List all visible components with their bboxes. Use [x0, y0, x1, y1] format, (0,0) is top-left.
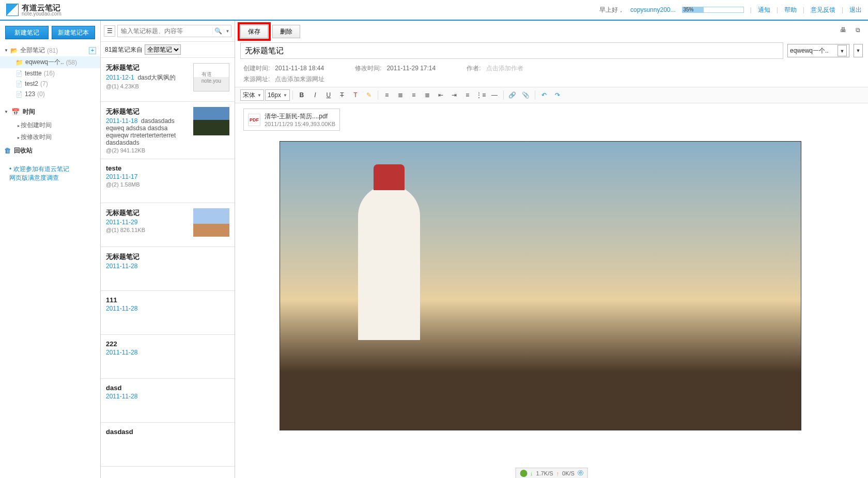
note-card[interactable]: 111 2011-11-28 [101, 291, 235, 335]
survey-link[interactable]: 欢迎参加有道云笔记 网页版满意度调查 [0, 163, 100, 184]
brand-name: 有道云笔记 [22, 4, 61, 11]
font-color-button[interactable]: T [349, 89, 362, 101]
logout-link[interactable]: 退出 [849, 6, 862, 14]
survey-link-line2: 网页版满意度调查 [9, 174, 59, 181]
greeting-text: 早上好， [599, 6, 624, 14]
note-card[interactable]: 无标题笔记 2011-11-18 dasdasdads eqweq adsdsa… [101, 102, 235, 159]
align-center-button[interactable]: ≣ [394, 89, 407, 101]
chevron-down-icon: ▼ [283, 93, 287, 98]
time-label: 时间 [23, 107, 35, 116]
lighthouse-shape [358, 185, 420, 340]
trash-section[interactable]: 🗑 回收站 [0, 143, 100, 158]
horizontal-rule-button[interactable]: — [488, 89, 501, 101]
note-list-scroll[interactable]: 无标题笔记 2011-12-1 dasd大飒飒的 @(1) 4.23KB 有道n… [101, 58, 235, 478]
folder-item[interactable]: 📄 testtte (16) [0, 68, 100, 79]
note-card[interactable]: dasd 2011-11-28 [101, 379, 235, 423]
attachment-button[interactable]: 📎 [520, 89, 532, 101]
note-card[interactable]: dasdasd [101, 423, 235, 467]
note-date: 2011-11-28 [106, 349, 137, 356]
note-title: 222 [106, 340, 229, 348]
indent-button[interactable]: ⇥ [448, 89, 460, 101]
time-sub-created[interactable]: 按创建时间 [0, 119, 100, 131]
highlight-button[interactable]: ✎ [363, 89, 375, 101]
time-sub-modified[interactable]: 按修改时间 [0, 131, 100, 143]
note-icon: 📄 [16, 91, 23, 98]
note-list-panel: ☰ 🔍 ▼ 81篇笔记来自 全部笔记 无标题笔记 2011-12-1 dasd大… [101, 21, 235, 478]
time-section[interactable]: ▼ 📅 时间 [0, 104, 100, 119]
author-label: 作者: [467, 65, 481, 72]
new-note-button[interactable]: 新建笔记 [5, 26, 49, 39]
font-size-select[interactable]: 16px▼ [265, 89, 290, 101]
link-button[interactable]: 🔗 [506, 89, 519, 101]
note-title-input[interactable] [240, 42, 783, 59]
survey-link-line1: 欢迎参加有道云笔记 [13, 165, 69, 173]
author-placeholder[interactable]: 点击添加作者 [486, 65, 523, 72]
popout-icon[interactable]: ⧉ [853, 26, 863, 37]
outdent-button[interactable]: ⇤ [435, 89, 447, 101]
attachment-meta: 2011/11/29 15:49,393.00KB [265, 121, 335, 127]
strikethrough-button[interactable]: T [336, 89, 348, 101]
redo-button[interactable]: ↷ [551, 89, 564, 101]
align-justify-button[interactable]: ≣ [421, 89, 433, 101]
note-card[interactable]: 无标题笔记 2011-11-29 @(1) 826.11KB [101, 203, 235, 247]
ordered-list-button[interactable]: ≡ [461, 89, 474, 101]
note-card[interactable]: 无标题笔记 2011-12-1 dasd大飒飒的 @(1) 4.23KB 有道n… [101, 58, 235, 102]
note-title: teste [106, 164, 229, 172]
editor-panel: 保存 删除 🖶 ⧉ eqwewq一个.. ▼ ▼ 创建时间:2011-11-18… [235, 21, 868, 478]
note-thumbnail [193, 208, 229, 237]
note-date: 2011-11-18 [106, 117, 137, 125]
app-header: 有道云笔记 note.youdao.com 早上好， copysunny200.… [0, 0, 868, 21]
feedback-link[interactable]: 意见反馈 [811, 6, 835, 14]
separator: | [750, 6, 752, 13]
bold-button[interactable]: B [296, 89, 308, 101]
folder-more-button[interactable]: ▼ [854, 44, 863, 57]
search-icon[interactable]: 🔍 [212, 27, 224, 35]
underline-button[interactable]: U [322, 89, 335, 101]
folder-item[interactable]: 📁 eqwewq一个.. (58) [0, 56, 100, 68]
all-notes-header[interactable]: ▼ 📂 全部笔记 (81) + [0, 44, 100, 56]
folder-name: testtte [25, 70, 42, 77]
search-box[interactable]: 🔍 ▼ [117, 25, 231, 37]
note-card[interactable]: teste 2011-11-17 @(2) 1.58MB [101, 159, 235, 203]
new-notebook-button[interactable]: 新建笔记本 [52, 26, 95, 39]
logo-icon [6, 4, 19, 16]
attachment-chip[interactable]: PDF 清华-王新民-简历....pdf 2011/11/29 15:49,39… [243, 109, 340, 131]
note-card[interactable]: 无标题笔记 2011-11-28 [101, 247, 235, 291]
logo-text: 有道云笔记 note.youdao.com [22, 4, 61, 17]
username-link[interactable]: copysunny200... [630, 6, 675, 13]
notify-link[interactable]: 通知 [758, 6, 770, 14]
progress-text: 35% [684, 7, 694, 12]
note-snippet: dasd大飒飒的 [137, 74, 176, 81]
undo-button[interactable]: ↶ [538, 89, 550, 101]
folder-select[interactable]: eqwewq一个.. ▼ [787, 44, 849, 57]
unordered-list-button[interactable]: ⋮≡ [475, 89, 487, 101]
note-icon: 📄 [16, 81, 23, 87]
add-folder-button[interactable]: + [89, 47, 96, 54]
align-left-button[interactable]: ≡ [381, 89, 393, 101]
delete-button[interactable]: 删除 [272, 25, 300, 38]
storage-progress[interactable]: 35% [682, 7, 744, 13]
note-icon: 📄 [16, 70, 23, 77]
ie-icon: ⓔ [578, 469, 583, 477]
editor-content[interactable]: PDF 清华-王新民-简历....pdf 2011/11/29 15:49,39… [235, 103, 868, 478]
source-placeholder[interactable]: 点击添加来源网址 [275, 75, 324, 84]
note-meta: @(1) 826.11KB [106, 227, 189, 233]
search-input[interactable] [118, 27, 212, 35]
pdf-icon: PDF [248, 114, 260, 126]
note-card[interactable]: 222 2011-11-28 [101, 335, 235, 379]
filter-select[interactable]: 全部笔记 [145, 44, 181, 55]
help-link[interactable]: 帮助 [784, 6, 797, 14]
folder-item[interactable]: 📄 123 (0) [0, 89, 100, 99]
folder-item[interactable]: 📄 test2 (7) [0, 79, 100, 89]
font-family-select[interactable]: 宋体▼ [240, 89, 264, 101]
expand-icon: ▼ [4, 110, 8, 114]
italic-button[interactable]: I [309, 89, 321, 101]
folder-name: 123 [25, 90, 35, 98]
print-icon[interactable]: 🖶 [838, 26, 848, 37]
save-button[interactable]: 保存 [240, 25, 268, 38]
note-title: 无标题笔记 [106, 252, 229, 261]
list-view-toggle[interactable]: ☰ [104, 25, 115, 37]
note-thumbnail: 有道note.you [193, 63, 229, 91]
search-dropdown-icon[interactable]: ▼ [224, 29, 231, 34]
align-right-button[interactable]: ≡ [408, 89, 420, 101]
